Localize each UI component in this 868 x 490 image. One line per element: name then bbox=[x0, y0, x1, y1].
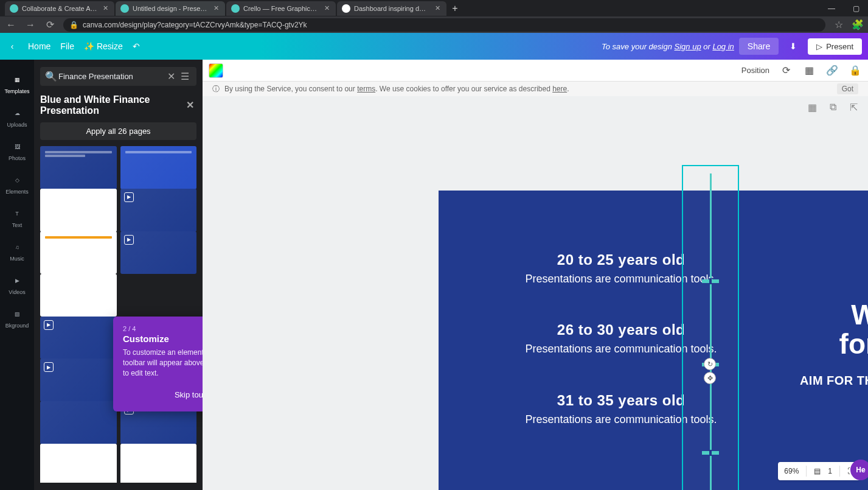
timeline-line[interactable] bbox=[710, 173, 712, 490]
browser-tab-3[interactable]: Dashboard inspiring designs - G ✕ bbox=[337, 1, 446, 16]
page-num: 1 bbox=[828, 467, 832, 475]
move-handle-icon[interactable]: ✥ bbox=[704, 372, 716, 384]
zoom-pct[interactable]: 69% bbox=[784, 467, 799, 475]
elements-icon: ◇ bbox=[10, 173, 24, 187]
templates-icon: ▦ bbox=[10, 73, 24, 86]
download-icon[interactable]: ⬇ bbox=[783, 38, 803, 55]
back-icon[interactable]: ← bbox=[5, 19, 17, 31]
browser-tab-0[interactable]: Collaborate & Create Amazing G ✕ bbox=[5, 1, 114, 16]
browser-tab-1[interactable]: Untitled design - Presentation (1 ✕ bbox=[116, 1, 225, 16]
color-swatch[interactable] bbox=[209, 63, 223, 78]
template-thumb[interactable] bbox=[120, 444, 197, 483]
rail-uploads[interactable]: ☁Uploads bbox=[0, 100, 34, 134]
template-thumb[interactable] bbox=[40, 146, 117, 189]
slide[interactable]: 19 20 to 25 years old Presentations are … bbox=[439, 191, 868, 490]
subtitle[interactable]: AIM FOR THESE GOALS ONE BY ONE bbox=[769, 374, 868, 388]
forward-icon[interactable]: → bbox=[24, 19, 36, 31]
url-box[interactable]: 🔒 canva.com/design/play?category=tACZCrv… bbox=[63, 18, 825, 32]
pages-icon[interactable]: ▤ bbox=[814, 467, 821, 475]
rail-videos[interactable]: ▶Videos bbox=[0, 268, 34, 301]
position-button[interactable]: Position bbox=[741, 66, 769, 75]
tune-icon[interactable]: ☰ bbox=[181, 71, 192, 82]
template-thumb[interactable]: ▶ bbox=[40, 317, 117, 360]
skip-tour-button[interactable]: Skip tour bbox=[167, 387, 203, 403]
maximize-icon[interactable]: ▢ bbox=[844, 0, 868, 16]
template-thumb[interactable] bbox=[40, 444, 117, 483]
login-link[interactable]: Log in bbox=[712, 42, 734, 51]
timeline-tick[interactable] bbox=[702, 279, 719, 283]
rail-text[interactable]: TText bbox=[0, 201, 34, 234]
browser-tabs-row: Collaborate & Create Amazing G ✕ Untitle… bbox=[0, 0, 868, 16]
uploads-icon: ☁ bbox=[10, 107, 24, 120]
grid-view-icon[interactable]: ▦ bbox=[806, 101, 818, 113]
tab-title: Dashboard inspiring designs - G bbox=[354, 5, 429, 12]
browser-tab-2[interactable]: Crello — Free Graphic Design So ✕ bbox=[226, 1, 336, 16]
canvas-area[interactable]: Position ⟳ ▦ 🔗 🔒 ⓘ By using the Service,… bbox=[203, 60, 868, 490]
tour-step: 2 / 4 bbox=[123, 325, 203, 332]
link-icon[interactable]: 🔗 bbox=[825, 64, 839, 77]
search-box[interactable]: 🔍 ✕ ☰ bbox=[40, 67, 196, 86]
favicon-icon bbox=[342, 4, 350, 13]
browser-address-bar: ← → ⟳ 🔒 canva.com/design/play?category=t… bbox=[0, 16, 868, 33]
url-text: canva.com/design/play?category=tACZCrvyA… bbox=[83, 21, 307, 29]
rail-background[interactable]: ▨Bkground bbox=[0, 301, 34, 335]
minimize-icon[interactable]: — bbox=[819, 0, 844, 16]
template-thumb[interactable] bbox=[40, 274, 117, 317]
main-title[interactable]: Ways to Save for Retirement bbox=[769, 300, 868, 359]
rail-templates[interactable]: ▦Templates bbox=[0, 67, 34, 100]
clear-icon[interactable]: ✕ bbox=[167, 71, 177, 82]
rotate-handle-icon[interactable]: ↻ bbox=[704, 358, 716, 370]
new-tab-icon[interactable]: + bbox=[448, 1, 462, 16]
photos-icon: 🖼 bbox=[10, 140, 24, 153]
help-button[interactable]: He bbox=[850, 460, 868, 480]
lock-icon: 🔒 bbox=[69, 21, 78, 29]
template-thumb[interactable] bbox=[40, 401, 117, 444]
rail-photos[interactable]: 🖼Photos bbox=[0, 134, 34, 167]
file-menu[interactable]: File bbox=[60, 41, 74, 51]
here-link[interactable]: here bbox=[552, 85, 567, 93]
slide-container[interactable]: 19 20 to 25 years old Presentations are … bbox=[439, 191, 868, 490]
present-button[interactable]: ▷ Present bbox=[808, 38, 862, 55]
star-icon[interactable]: ☆ bbox=[833, 19, 845, 31]
template-thumb[interactable]: ▶ bbox=[120, 189, 197, 232]
signup-link[interactable]: Sign up bbox=[675, 42, 701, 51]
reload-icon[interactable]: ⟳ bbox=[44, 19, 56, 31]
tour-title: Customize bbox=[123, 334, 203, 344]
close-panel-icon[interactable]: ✕ bbox=[186, 99, 194, 111]
template-thumb[interactable] bbox=[40, 231, 117, 275]
close-tab-icon[interactable]: ✕ bbox=[322, 4, 331, 13]
extensions-icon[interactable]: 🧩 bbox=[852, 19, 863, 30]
template-thumb[interactable]: ▶ bbox=[40, 359, 117, 402]
sync-icon[interactable]: ⟳ bbox=[779, 64, 793, 77]
template-thumb[interactable]: ▶ bbox=[40, 189, 117, 232]
tab-title: Collaborate & Create Amazing G bbox=[22, 5, 97, 12]
terms-link[interactable]: terms bbox=[357, 85, 375, 93]
text-icon: T bbox=[10, 207, 24, 220]
search-input[interactable] bbox=[58, 72, 164, 81]
got-it-button[interactable]: Got bbox=[837, 83, 858, 94]
search-icon: 🔍 bbox=[45, 71, 55, 82]
back-chevron-icon[interactable]: ‹ bbox=[6, 41, 18, 51]
apply-all-button[interactable]: Apply all 26 pages bbox=[40, 122, 196, 140]
share-button[interactable]: Share bbox=[739, 38, 779, 55]
lock-icon[interactable]: 🔒 bbox=[849, 64, 862, 77]
rail-elements[interactable]: ◇Elements bbox=[0, 167, 34, 201]
export-icon[interactable]: ⇱ bbox=[847, 101, 859, 113]
close-tab-icon[interactable]: ✕ bbox=[433, 4, 442, 13]
template-thumb[interactable]: ▶ bbox=[120, 231, 197, 275]
canvas-toolbar: Position ⟳ ▦ 🔗 🔒 bbox=[203, 60, 868, 82]
resize-button[interactable]: ✨ Resize bbox=[84, 41, 123, 51]
close-tab-icon[interactable]: ✕ bbox=[101, 4, 109, 13]
play-icon: ▶ bbox=[124, 235, 134, 245]
undo-icon[interactable]: ↶ bbox=[133, 41, 140, 51]
window-controls: — ▢ bbox=[819, 0, 868, 16]
transparency-icon[interactable]: ▦ bbox=[802, 64, 816, 77]
template-thumb[interactable] bbox=[120, 146, 197, 189]
duplicate-icon[interactable]: ⧉ bbox=[827, 101, 839, 113]
tab-title: Crello — Free Graphic Design So bbox=[243, 5, 319, 12]
rail-music[interactable]: ♫Music bbox=[0, 234, 34, 268]
timeline-tick[interactable] bbox=[702, 451, 719, 455]
close-tab-icon[interactable]: ✕ bbox=[212, 4, 220, 13]
home-button[interactable]: Home bbox=[28, 41, 50, 51]
panel-title: Blue and White Finance Presentation bbox=[40, 94, 186, 116]
